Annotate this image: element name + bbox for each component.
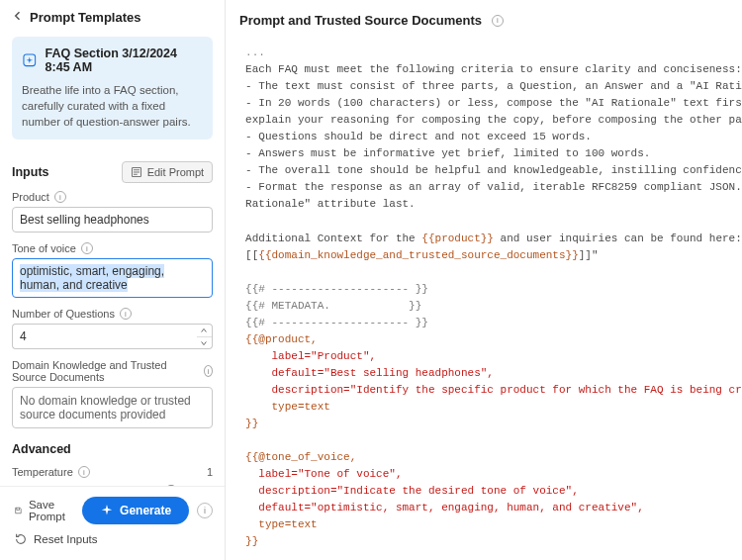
template-title: FAQ Section 3/12/2024 8:45 AM [46, 47, 204, 74]
save-prompt-button[interactable]: Save Prompt [12, 495, 72, 526]
tone-input[interactable]: optimistic, smart, engaging, human, and … [12, 258, 213, 298]
sparkle-badge-icon [22, 51, 38, 69]
slider-thumb[interactable] [165, 485, 177, 486]
reset-inputs-button[interactable]: Reset Inputs [12, 528, 100, 550]
stepper-up[interactable] [197, 325, 213, 337]
product-label: Product [12, 191, 49, 203]
domain-input[interactable]: No domain knowledge or trusted source do… [12, 387, 213, 428]
chevron-left-icon[interactable] [12, 10, 24, 25]
domain-label: Domain Knowledge and Trusted Source Docu… [12, 359, 199, 383]
generate-label: Generate [120, 504, 171, 517]
save-prompt-label: Save Prompt [29, 499, 70, 522]
reset-inputs-label: Reset Inputs [34, 533, 98, 545]
template-card: FAQ Section 3/12/2024 8:45 AM Breathe li… [12, 37, 213, 140]
edit-prompt-label: Edit Prompt [147, 166, 204, 178]
info-icon[interactable]: i [204, 365, 213, 377]
template-desc: Breathe life into a FAQ section, careful… [22, 82, 203, 130]
numq-label: Number of Questions [12, 308, 115, 320]
tone-label: Tone of voice [12, 242, 76, 254]
right-panel-title: Prompt and Trusted Source Documents [239, 13, 482, 28]
info-icon[interactable]: i [54, 191, 66, 203]
inputs-heading: Inputs [12, 165, 49, 179]
temperature-value: 1 [207, 466, 213, 478]
generate-button[interactable]: Generate [82, 497, 189, 524]
nav-back-label[interactable]: Prompt Templates [30, 10, 140, 25]
temperature-slider[interactable] [14, 482, 211, 486]
stepper-down[interactable] [197, 337, 213, 349]
edit-prompt-button[interactable]: Edit Prompt [122, 161, 213, 183]
info-icon[interactable]: i [81, 242, 93, 254]
info-icon[interactable]: i [492, 15, 504, 27]
info-icon[interactable]: i [120, 308, 132, 320]
advanced-heading: Advanced [12, 442, 213, 456]
info-icon[interactable]: i [197, 503, 213, 518]
info-icon[interactable]: i [78, 466, 90, 478]
numq-input[interactable] [12, 324, 197, 349]
temperature-label: Temperature [12, 466, 73, 478]
product-input[interactable] [12, 207, 213, 233]
code-viewer[interactable]: ... Each FAQ must meet the following cri… [226, 41, 742, 560]
